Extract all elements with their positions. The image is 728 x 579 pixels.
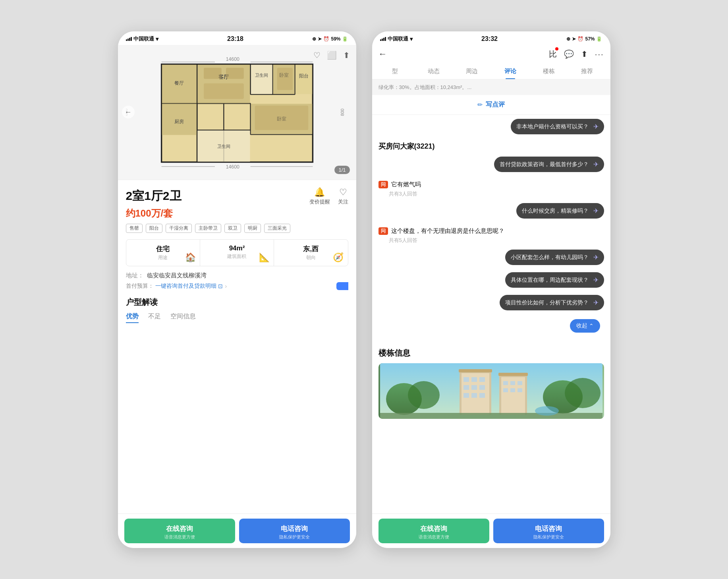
gps-icon: ➤ — [318, 36, 322, 42]
floor-plan-back-nav[interactable]: ← — [122, 106, 135, 118]
bubble-text-4: 小区配套怎么样，有幼儿园吗？ — [511, 254, 589, 261]
online-consult-sub: 语音消息更方便 — [164, 534, 195, 540]
collapse-button[interactable]: 收起 ⌃ — [570, 319, 600, 333]
right-status-bar: 中国联通 ▾ 23:32 ⊕ ➤ ⏰ 57% 🔋 — [372, 31, 610, 45]
stat-usage-value: 住宅 — [156, 244, 170, 254]
chat-bubble-2[interactable]: 首付贷款政策咨询，最低首付多少？ ✈ — [494, 157, 604, 172]
svg-rect-49 — [479, 377, 485, 382]
stat-area-label: 建筑面积 — [227, 253, 246, 260]
battery-icon: 🔋 — [342, 36, 348, 42]
location-icon: ⊕ — [312, 36, 316, 42]
address-row: 地址： 临安临安昌文线柳溪湾 — [126, 272, 348, 279]
property-tags: 售罄 阳台 干湿分离 主卧带卫 双卫 明厨 三面采光 — [126, 224, 348, 233]
right-alarm-icon: ⏰ — [577, 36, 583, 42]
suggest-button[interactable]: 提问 — [336, 282, 348, 290]
svg-text:卫生间: 卫生间 — [255, 72, 268, 77]
tab-nearby[interactable]: 周边 — [453, 64, 491, 79]
tab-type[interactable]: 型 — [376, 64, 415, 79]
right-wifi-icon: ▾ — [410, 36, 413, 42]
svg-point-42 — [408, 381, 440, 409]
share-up-icon[interactable]: ⬆ — [343, 50, 350, 60]
tag-item: 双卫 — [224, 224, 241, 233]
tab-review[interactable]: 评论 — [491, 64, 530, 79]
price-alert-label: 变价提醒 — [309, 198, 330, 205]
left-status-bar: 中国联通 ▾ 23:18 ⊕ ➤ ⏰ 59% 🔋 — [118, 31, 356, 45]
tab-recommend[interactable]: 推荐 — [568, 64, 606, 79]
svg-rect-34 — [204, 83, 244, 99]
svg-rect-50 — [463, 385, 469, 390]
online-consult-button[interactable]: 在线咨询 语音消息更方便 — [124, 519, 235, 543]
svg-rect-47 — [463, 377, 469, 382]
loan-link[interactable]: 一键咨询首付及贷款明细 — [155, 283, 216, 290]
right-time: 23:32 — [481, 35, 498, 43]
svg-text:800: 800 — [340, 108, 344, 116]
tab-disadvantage[interactable]: 不足 — [148, 312, 161, 323]
floor-type-tabs: 优势 不足 空间信息 — [126, 312, 348, 323]
qa-area: 买房问大家(3221) 首付贷款政策咨询，最低首付多少？ ✈ 问 它有燃气吗 — [372, 141, 610, 337]
tab-advantage[interactable]: 优势 — [126, 312, 139, 323]
svg-rect-56 — [459, 369, 492, 372]
property-price: 约100万/套 — [126, 207, 348, 220]
more-icon[interactable]: ··· — [595, 50, 604, 59]
left-time: 23:18 — [227, 35, 243, 43]
right-phone-consult-button[interactable]: 电话咨询 隐私保护更安全 — [493, 519, 604, 543]
qa-item-1: 问 它有燃气吗 共有3人回答 — [378, 180, 604, 198]
tab-space-info[interactable]: 空间信息 — [170, 312, 196, 323]
price-alert-button[interactable]: 🔔 变价提醒 — [309, 187, 330, 205]
svg-rect-55 — [479, 393, 485, 398]
tab-dynamic[interactable]: 动态 — [414, 64, 453, 79]
chat-bubble-1[interactable]: 非本地户籍什么资格可以买？ ✈ — [511, 119, 604, 134]
phone-consult-button[interactable]: 电话咨询 隐私保护更安全 — [239, 519, 350, 543]
svg-rect-59 — [503, 381, 508, 385]
svg-point-67 — [535, 406, 559, 416]
stat-usage-label: 用途 — [158, 254, 168, 261]
svg-text:卫生间: 卫生间 — [217, 144, 230, 149]
qa-question-2[interactable]: 这个楼盘，有个无理由退房是什么意思呢？ — [391, 227, 504, 235]
favorite-button[interactable]: ♡ 关注 — [338, 187, 348, 205]
upload-icon[interactable]: ⬆ — [581, 49, 588, 59]
property-title-row: 2室1厅2卫 🔔 变价提醒 ♡ 关注 — [126, 187, 348, 205]
svg-rect-17 — [251, 64, 272, 94]
phone-consult-sub: 隐私保护更安全 — [279, 534, 310, 540]
compare-badge — [555, 47, 558, 50]
floor-plan-image: 14600 800 800 — [118, 45, 356, 180]
tab-building[interactable]: 楼栋 — [529, 64, 568, 79]
message-icon[interactable]: 💬 — [564, 49, 574, 59]
bubble-text-6: 项目性价比如何，分析下优劣势？ — [505, 299, 589, 306]
qa-section-title: 买房问大家(3221) — [378, 141, 604, 151]
svg-text:餐厅: 餐厅 — [174, 80, 184, 86]
send-icon-4: ✈ — [593, 254, 599, 261]
qa-question-1[interactable]: 它有燃气吗 — [391, 180, 421, 188]
right-online-consult-sub: 语音消息更方便 — [419, 534, 449, 540]
chat-bubble-5[interactable]: 具体位置在哪，周边配套现状？ ✈ — [505, 272, 604, 288]
chat-bubble-row-4: 小区配套怎么样，有幼儿园吗？ ✈ — [378, 250, 604, 269]
stat-area-value: 94m² — [229, 244, 245, 252]
floor-plan-badge: 1/1 — [334, 166, 350, 174]
save-icon[interactable]: ⬜ — [327, 50, 337, 60]
right-online-consult-button[interactable]: 在线咨询 语音消息更方便 — [378, 519, 489, 543]
left-phone: 中国联通 ▾ 23:18 ⊕ ➤ ⏰ 59% 🔋 ← ♡ ⬜ ⬆ — [118, 31, 356, 548]
online-consult-label: 在线咨询 — [166, 524, 193, 533]
loan-prefix: 首付预算： — [126, 283, 154, 290]
right-online-consult-label: 在线咨询 — [420, 524, 447, 533]
chat-bubble-6[interactable]: 项目性价比如何，分析下优劣势？ ✈ — [500, 295, 604, 310]
floor-plan-container: ← ♡ ⬜ ⬆ 14600 800 800 — [118, 45, 356, 180]
left-battery: 59% — [331, 36, 340, 42]
property-title: 2室1厅2卫 — [126, 188, 182, 204]
chat-bubble-4[interactable]: 小区配套怎么样，有幼儿园吗？ ✈ — [505, 250, 604, 265]
stat-direction: 东,西 朝向 🧭 — [274, 240, 348, 266]
write-review-button[interactable]: 写点评 — [486, 101, 505, 109]
stat-usage: 住宅 用途 🏠 — [126, 240, 200, 266]
stat-direction-label: 朝向 — [306, 254, 316, 261]
svg-point-44 — [565, 378, 601, 408]
chat-bubble-3[interactable]: 什么时候交房，精装修吗？ ✈ — [516, 203, 604, 219]
svg-text:阳台: 阳台 — [299, 73, 309, 79]
property-actions: 🔔 变价提醒 ♡ 关注 — [309, 187, 348, 205]
compare-icon[interactable]: 比 — [549, 49, 557, 60]
heart-outline-icon[interactable]: ♡ — [313, 50, 321, 60]
floor-plan-icons: ♡ ⬜ ⬆ — [313, 50, 350, 60]
back-button[interactable]: ← — [378, 49, 387, 59]
qa-question-row-1: 问 它有燃气吗 — [378, 180, 604, 188]
write-review-section: ✏ 写点评 — [372, 95, 610, 115]
send-icon-6: ✈ — [593, 299, 599, 306]
